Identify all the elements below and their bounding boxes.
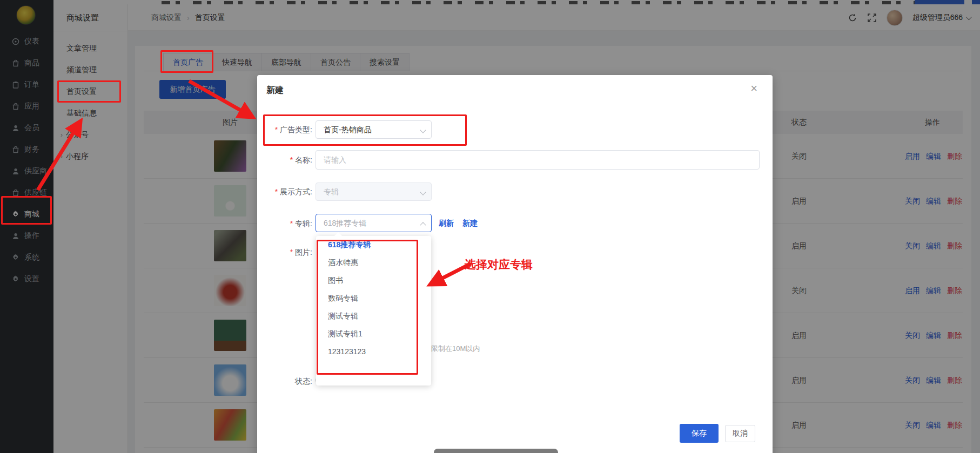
chevron-up-icon (420, 222, 426, 228)
display-mode-value: 专辑 (324, 187, 339, 196)
album-dropdown: 618推荐专辑 酒水特惠 图书 数码专辑 测试专辑 测试专辑1 12312312… (316, 236, 431, 386)
chevron-down-icon (420, 189, 426, 195)
ad-type-select[interactable]: 首页-热销商品 (316, 120, 432, 139)
name-label: 名称: (257, 155, 312, 165)
refresh-album-link[interactable]: 刷新 (439, 219, 454, 228)
annotation-note: 选择对应专辑 (465, 257, 533, 272)
dropdown-option[interactable]: 图书 (316, 272, 431, 289)
dropdown-option[interactable]: 酒水特惠 (316, 254, 431, 272)
dropdown-option[interactable]: 测试专辑 (316, 307, 431, 325)
new-album-link[interactable]: 新建 (462, 219, 478, 228)
chevron-down-icon (420, 127, 426, 133)
display-mode-select: 专辑 (316, 182, 432, 201)
status-field-label: 状态: (257, 377, 312, 387)
dropdown-option[interactable]: 123123123 (316, 343, 431, 361)
ad-type-value: 首页-热销商品 (324, 125, 372, 134)
ad-type-label: 广告类型: (257, 125, 312, 135)
close-icon[interactable]: × (750, 83, 757, 94)
dropdown-option[interactable]: 测试专辑1 (316, 325, 431, 343)
name-input[interactable] (316, 150, 760, 170)
album-select[interactable]: 618推荐专辑 (316, 214, 432, 232)
dropdown-option[interactable]: 数码专辑 (316, 289, 431, 307)
save-button[interactable]: 保存 (680, 424, 719, 443)
bottom-handle-bar (434, 449, 558, 453)
upload-hint: 限制在10M以内 (431, 344, 480, 354)
image-label: 图片: (257, 248, 312, 258)
album-label: 专辑: (257, 219, 312, 229)
admin-page: 仪表 商品 订单 应用 会员 财务 供应商 供应链 商城 操作 系统 设置 商城… (0, 0, 980, 453)
modal-title: 新建 (266, 85, 284, 96)
album-value: 618推荐专辑 (324, 219, 366, 227)
cancel-button[interactable]: 取消 (725, 425, 755, 442)
dropdown-option-selected[interactable]: 618推荐专辑 (316, 236, 431, 254)
display-mode-label: 展示方式: (257, 187, 312, 197)
